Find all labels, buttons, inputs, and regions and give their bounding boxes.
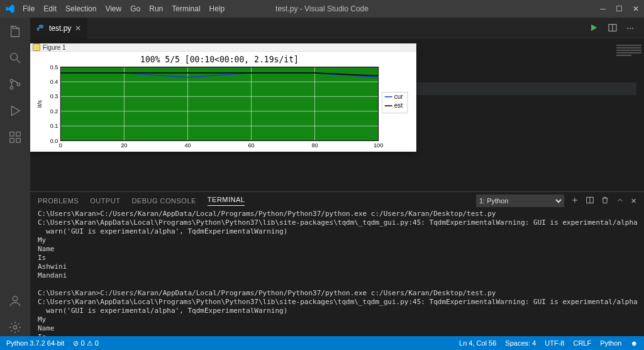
maximize-icon[interactable]: ☐ <box>616 4 623 13</box>
panel-tab-debug-console[interactable]: DEBUG CONSOLE <box>131 197 196 205</box>
svg-text:80: 80 <box>312 142 318 149</box>
plot-area: 0204060801000.00.10.20.30.40.5it/s100% 5… <box>34 55 414 152</box>
svg-point-9 <box>13 296 17 301</box>
new-terminal-icon[interactable] <box>570 196 579 206</box>
status-cursor-pos[interactable]: Ln 4, Col 56 <box>459 339 496 347</box>
menu-selection[interactable]: Selection <box>62 2 100 16</box>
svg-rect-8 <box>16 138 20 142</box>
svg-text:40: 40 <box>184 142 191 149</box>
activity-bar <box>0 18 30 336</box>
svg-text:0.1: 0.1 <box>50 123 58 129</box>
svg-point-10 <box>13 325 17 329</box>
run-file-icon[interactable] <box>589 23 599 35</box>
main-menu: File Edit Selection View Go Run Terminal… <box>19 2 228 16</box>
panel-tabs: PROBLEMS OUTPUT DEBUG CONSOLE TERMINAL 1… <box>30 192 644 210</box>
status-problems-count[interactable]: ⊘ 0 ⚠ 0 <box>73 339 98 347</box>
status-bar: Python 3.7.2 64-bit ⊘ 0 ⚠ 0 Ln 4, Col 56… <box>0 336 644 350</box>
panel-tab-output[interactable]: OUTPUT <box>90 197 120 205</box>
close-icon[interactable]: ✕ <box>633 4 639 13</box>
matplotlib-window[interactable]: Figure 1 0204060801000.00.10.20.30.40.5i… <box>30 43 416 152</box>
titlebar: File Edit Selection View Go Run Terminal… <box>0 0 644 18</box>
status-feedback-icon[interactable]: ☻ <box>630 339 638 347</box>
svg-point-2 <box>10 79 13 82</box>
svg-text:0.3: 0.3 <box>50 93 58 99</box>
svg-text:cur: cur <box>394 93 404 100</box>
svg-text:0: 0 <box>59 142 62 149</box>
svg-point-0 <box>11 54 18 60</box>
accounts-icon[interactable] <box>6 292 24 310</box>
svg-point-11 <box>40 25 40 26</box>
svg-text:0.2: 0.2 <box>50 108 58 115</box>
svg-rect-5 <box>10 132 14 136</box>
editor-tabbar: test.py ✕ ⋯ <box>30 18 644 40</box>
tab-test-py[interactable]: test.py ✕ <box>30 18 88 39</box>
split-editor-icon[interactable] <box>608 23 618 35</box>
minimap[interactable] <box>616 45 641 59</box>
svg-line-1 <box>17 60 21 64</box>
figure-title: Figure 1 <box>43 44 66 51</box>
editor-body[interactable]: Figure 1 0204060801000.00.10.20.30.40.5i… <box>30 40 644 191</box>
svg-text:it/s: it/s <box>36 100 43 108</box>
panel-tab-terminal[interactable]: TERMINAL <box>208 196 245 206</box>
kill-terminal-icon[interactable] <box>601 196 609 206</box>
status-encoding[interactable]: UTF-8 <box>545 339 564 347</box>
status-language[interactable]: Python <box>600 339 621 347</box>
main-area: test.py ✕ ⋯ Fi <box>0 18 644 336</box>
python-file-icon <box>36 24 45 33</box>
menu-view[interactable]: View <box>101 2 125 16</box>
svg-text:60: 60 <box>248 142 254 149</box>
svg-text:100: 100 <box>374 142 383 149</box>
svg-text:100% 5/5 [00:10<00:00,  2.19s/: 100% 5/5 [00:10<00:00, 2.19s/it] <box>140 55 299 64</box>
panel-tab-problems[interactable]: PROBLEMS <box>38 197 79 205</box>
tab-close-icon[interactable]: ✕ <box>75 24 81 33</box>
menu-edit[interactable]: Edit <box>40 2 60 16</box>
vscode-logo-icon <box>5 4 15 14</box>
search-icon[interactable] <box>6 49 24 67</box>
svg-text:0.0: 0.0 <box>50 138 58 144</box>
svg-rect-14 <box>60 67 378 140</box>
panel-close-icon[interactable]: ✕ <box>631 197 636 205</box>
figure-titlebar[interactable]: Figure 1 <box>30 43 416 52</box>
split-terminal-icon[interactable] <box>586 196 594 206</box>
terminal-output[interactable]: C:\Users\Karan>C:/Users/Karan/AppData/Lo… <box>30 210 644 336</box>
editor-column: test.py ✕ ⋯ Fi <box>30 18 644 336</box>
menu-help[interactable]: Help <box>206 2 229 16</box>
plot-wrap: 0204060801000.00.10.20.30.40.5it/s100% 5… <box>30 52 416 155</box>
svg-rect-6 <box>16 132 20 136</box>
svg-point-3 <box>10 86 13 89</box>
menu-go[interactable]: Go <box>126 2 144 16</box>
svg-text:20: 20 <box>121 142 127 149</box>
extensions-icon[interactable] <box>6 128 24 146</box>
more-actions-icon[interactable]: ⋯ <box>626 24 634 33</box>
explorer-icon[interactable] <box>6 23 24 40</box>
menu-file[interactable]: File <box>19 2 38 16</box>
source-control-icon[interactable] <box>6 76 24 93</box>
minimize-icon[interactable]: ─ <box>600 4 606 13</box>
menu-terminal[interactable]: Terminal <box>168 2 204 16</box>
bottom-panel: PROBLEMS OUTPUT DEBUG CONSOLE TERMINAL 1… <box>30 191 644 336</box>
menu-run[interactable]: Run <box>145 2 167 16</box>
status-eol[interactable]: CRLF <box>573 339 591 347</box>
terminal-selector[interactable]: 1: Python <box>476 195 564 207</box>
svg-text:0.4: 0.4 <box>50 79 58 85</box>
status-python-env[interactable]: Python 3.7.2 64-bit <box>6 339 64 347</box>
tk-logo-icon <box>33 43 40 51</box>
panel-collapse-icon[interactable] <box>616 196 625 206</box>
svg-rect-7 <box>10 138 14 142</box>
status-indent[interactable]: Spaces: 4 <box>505 339 536 347</box>
svg-text:0.5: 0.5 <box>50 64 58 70</box>
chart-svg: 0204060801000.00.10.20.30.40.5it/s100% 5… <box>34 55 414 152</box>
svg-text:est: est <box>394 102 403 109</box>
settings-gear-icon[interactable] <box>6 319 24 336</box>
tab-label: test.py <box>49 24 71 33</box>
run-debug-icon[interactable] <box>6 102 24 120</box>
